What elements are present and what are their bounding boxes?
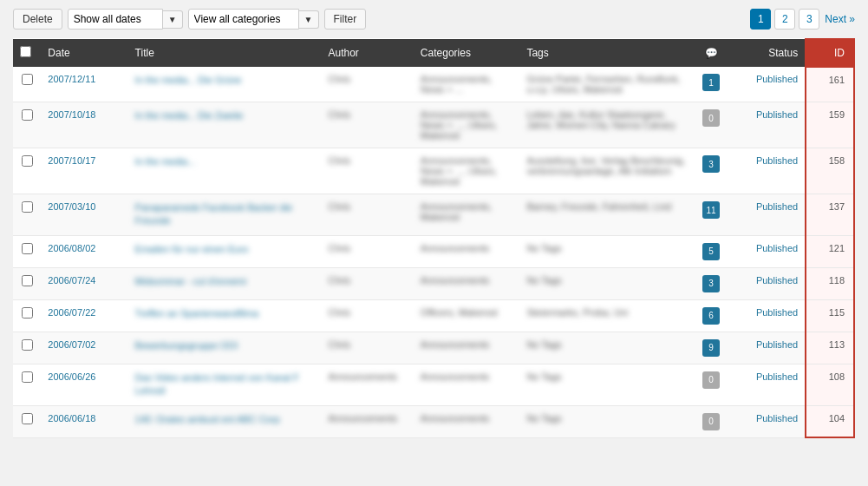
- row-status: Published: [728, 235, 806, 267]
- row-categories: Announcements: [414, 235, 520, 267]
- table-row: 2007/12/11 In the media... Die Grüne Chr…: [13, 67, 854, 102]
- row-author: Announcements: [321, 405, 413, 437]
- row-id: 115: [806, 299, 854, 332]
- delete-button[interactable]: Delete: [13, 9, 62, 30]
- table-header: Date Title Author Categories Tags 💬: [13, 39, 854, 67]
- row-checkbox[interactable]: [22, 339, 33, 351]
- row-checkbox[interactable]: [22, 413, 33, 424]
- row-categories: Announcements, News + ..., Ulises, Maker…: [414, 148, 520, 194]
- id-header: ID: [806, 39, 854, 67]
- row-title: Bewerbungsgruppe OOI: [128, 332, 322, 364]
- row-checkbox-cell: [13, 235, 41, 267]
- table-row: 2007/10/18 In the media... Die Zweite Ch…: [13, 102, 854, 148]
- row-date: 2006/07/22: [41, 299, 127, 332]
- row-comment: 11: [694, 194, 728, 236]
- row-id: 158: [806, 148, 854, 194]
- row-date: 2006/06/18: [41, 405, 127, 437]
- row-checkbox[interactable]: [22, 371, 33, 383]
- select-all-checkbox[interactable]: [20, 46, 31, 57]
- title-header: Title: [128, 39, 322, 67]
- next-page-link[interactable]: Next »: [825, 13, 855, 25]
- row-status: Published: [728, 364, 806, 405]
- row-tags: No Tags: [519, 235, 694, 267]
- row-status: Published: [728, 102, 806, 148]
- row-status: Published: [728, 194, 806, 236]
- comment-badge: 3: [702, 275, 720, 292]
- row-title: Panaparamede Facebook Backer die Freunde: [128, 194, 322, 236]
- comment-badge: 11: [702, 201, 720, 219]
- table-row: 2006/07/02 Bewerbungsgruppe OOI Chris An…: [13, 332, 854, 364]
- row-id: 113: [806, 332, 854, 364]
- row-date: 2007/12/11: [41, 67, 127, 102]
- author-header: Author: [321, 39, 413, 67]
- page-3-button[interactable]: 3: [799, 9, 819, 30]
- row-author: Chris: [321, 102, 413, 148]
- row-checkbox-cell: [13, 194, 41, 236]
- row-title: In the media... Die Zweite: [128, 102, 322, 148]
- row-checkbox-cell: [13, 67, 41, 102]
- table-row: 2006/07/22 Treffen an Spanienwandfilma C…: [13, 299, 854, 332]
- row-date: 2006/07/02: [41, 332, 127, 364]
- row-tags: No Tags: [519, 405, 694, 437]
- table-row: 2006/08/02 Emailen für nur einen Euro Ch…: [13, 235, 854, 267]
- row-author: Chris: [321, 67, 413, 102]
- row-categories: Announcements, News + ..., Ulises, Maker…: [414, 102, 520, 148]
- page-2-button[interactable]: 2: [774, 9, 795, 30]
- row-checkbox[interactable]: [22, 109, 33, 121]
- table-body: 2007/12/11 In the media... Die Grüne Chr…: [13, 67, 854, 437]
- row-title: In the media...: [128, 148, 322, 194]
- row-comment: 9: [694, 332, 728, 364]
- row-comment: 6: [694, 299, 728, 332]
- comment-icon: 💬: [705, 47, 718, 59]
- dates-select[interactable]: Show all dates: [68, 9, 163, 30]
- row-date: 2006/08/02: [41, 235, 127, 267]
- row-title: Emailen für nur einen Euro: [128, 235, 322, 267]
- row-status: Published: [728, 148, 806, 194]
- categories-select-arrow[interactable]: ▼: [299, 10, 319, 29]
- status-header: Status: [728, 39, 806, 67]
- row-status: Published: [728, 405, 806, 437]
- row-date: 2007/10/17: [41, 148, 127, 194]
- toolbar-right: 1 2 3 Next »: [750, 9, 855, 30]
- row-comment: 3: [694, 267, 728, 299]
- row-tags: Ausstellung, live, Verlag Beschleunig, v…: [519, 148, 694, 194]
- tags-header: Tags: [519, 39, 694, 67]
- row-categories: Officers, Makerost: [414, 299, 520, 332]
- row-checkbox[interactable]: [22, 275, 33, 286]
- row-id: 118: [806, 267, 854, 299]
- categories-select[interactable]: View all categories: [188, 9, 299, 30]
- row-comment: 1: [694, 67, 728, 102]
- comment-badge: 6: [702, 307, 720, 325]
- categories-header: Categories: [414, 39, 520, 67]
- row-checkbox[interactable]: [22, 74, 33, 85]
- row-date: 2007/03/10: [41, 194, 127, 236]
- row-id: 121: [806, 235, 854, 267]
- row-title: Das Video anders Internet von Kanal F Le…: [128, 364, 322, 405]
- row-comment: 0: [694, 364, 728, 405]
- comment-badge: 3: [702, 155, 720, 173]
- row-author: Announcements: [321, 364, 413, 405]
- row-id: 161: [806, 67, 854, 102]
- row-title: 140: Orates ambust ent ABC Corp: [128, 405, 322, 437]
- select-all-header: [13, 39, 41, 67]
- row-date: 2006/06/26: [41, 364, 127, 405]
- row-status: Published: [728, 67, 806, 102]
- row-date: 2006/07/24: [41, 267, 127, 299]
- row-tags: No Tags: [519, 267, 694, 299]
- filter-button[interactable]: Filter: [324, 9, 367, 30]
- row-checkbox[interactable]: [22, 307, 33, 319]
- dates-filter-wrap: Show all dates ▼: [68, 9, 183, 30]
- row-author: Chris: [321, 235, 413, 267]
- row-status: Published: [728, 332, 806, 364]
- comment-badge: 5: [702, 243, 720, 260]
- dates-select-arrow[interactable]: ▼: [163, 10, 183, 29]
- row-checkbox-cell: [13, 364, 41, 405]
- toolbar: Delete Show all dates ▼ View all categor…: [13, 9, 855, 30]
- row-comment: 5: [694, 235, 728, 267]
- row-checkbox[interactable]: [22, 155, 33, 167]
- page-1-button[interactable]: 1: [750, 9, 771, 30]
- row-checkbox[interactable]: [22, 243, 33, 254]
- row-tags: No Tags: [519, 364, 694, 405]
- row-checkbox-cell: [13, 332, 41, 364]
- row-checkbox[interactable]: [22, 201, 33, 213]
